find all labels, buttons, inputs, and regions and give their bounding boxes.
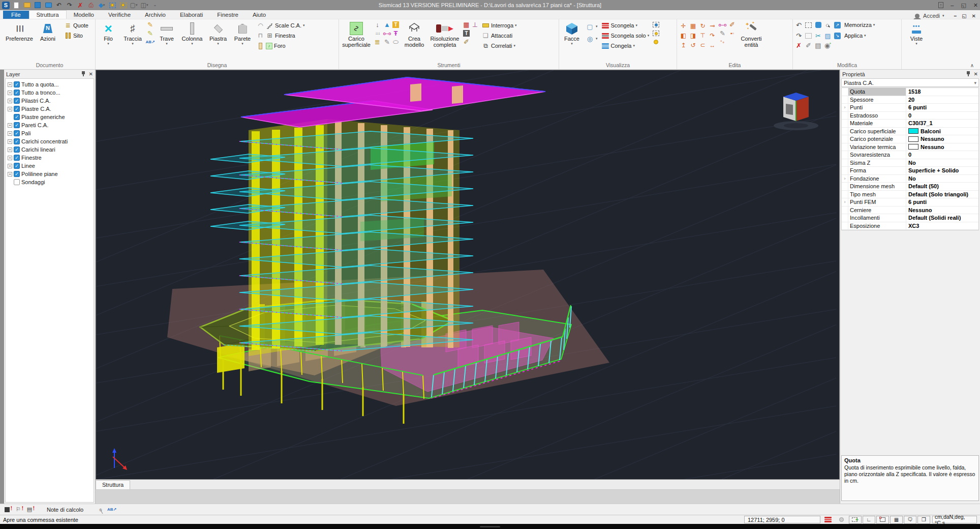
expand-icon[interactable]: + — [8, 148, 12, 152]
colonna-button[interactable]: Colonna▾ — [179, 20, 205, 45]
layer-checkbox[interactable]: ✓ — [14, 90, 20, 96]
expand-icon[interactable]: + — [8, 131, 12, 136]
find-icon[interactable]: ○ — [823, 21, 832, 30]
undo-arrow-icon[interactable]: ↶ — [794, 21, 803, 30]
select-show-icon[interactable] — [652, 20, 660, 29]
close-button[interactable]: ✕ — [973, 2, 978, 9]
tab-struttura[interactable]: Struttura — [29, 10, 67, 19]
bulb-status-icon[interactable] — [835, 516, 848, 524]
row-expander-icon[interactable]: › — [842, 198, 848, 206]
ribbon-collapse-icon[interactable]: ∧ — [970, 63, 974, 68]
new-document-icon[interactable] — [12, 1, 20, 9]
edit-pencil-icon[interactable]: ✎ — [718, 29, 727, 38]
rotate-icon[interactable]: ↻ — [698, 21, 708, 31]
load-list-icon[interactable]: ≣ — [373, 38, 382, 46]
redo-icon[interactable]: ↷ — [66, 1, 74, 9]
quote-button[interactable]: ≣ Quote — [63, 20, 90, 31]
print-icon[interactable]: ⎙︎ — [87, 1, 95, 9]
property-row[interactable]: FormaSuperficie + Solido — [842, 167, 978, 175]
layer-checkbox[interactable]: ✓ — [14, 138, 20, 144]
scongela-solo-button[interactable]: Scongela solo▾ — [600, 31, 651, 41]
layer-checkbox[interactable]: ✓ — [14, 179, 20, 185]
mirror-icon[interactable]: ◨︎ — [688, 31, 698, 40]
solid-view-toggle[interactable]: ❒︎ — [917, 516, 930, 524]
expand-icon[interactable]: + — [8, 82, 12, 87]
correlati-button[interactable]: ⧉︎ Correlati▾ — [480, 41, 518, 51]
expand-icon[interactable]: + — [8, 123, 12, 128]
clean-broom-icon[interactable]: ✐ — [804, 41, 813, 50]
lightbulb-icon[interactable] — [652, 38, 660, 46]
property-row[interactable]: ›Punti FEM6 punti — [842, 198, 978, 207]
scale-stretch-icon[interactable]: ↔ — [708, 40, 717, 50]
layer-checkbox[interactable]: ✓ — [14, 98, 20, 104]
tab-verifiche[interactable]: Verifiche — [101, 11, 138, 19]
link-pink-icon[interactable]: o–o — [383, 29, 391, 38]
node-edit-icon[interactable]: °∘ — [718, 38, 727, 46]
palo-t-icon[interactable]: T — [391, 20, 400, 29]
snapshot-icon[interactable]: ◉+ — [823, 41, 832, 50]
property-row[interactable]: Sisma ZNo — [842, 159, 978, 167]
layer-item[interactable]: +✓Pareti C.A. — [8, 121, 94, 129]
select-light-icon[interactable] — [108, 1, 116, 9]
zoom-tool-icon[interactable]: ◎ — [586, 35, 594, 43]
select-show-solo-icon[interactable] — [652, 29, 660, 38]
property-row[interactable]: CerniereNessuno — [842, 207, 978, 215]
properties-close-icon[interactable]: ✕ — [974, 71, 978, 77]
converti-entita-button[interactable]: ✦✦✦ Converti entità — [738, 20, 765, 48]
expand-icon[interactable]: + — [8, 91, 12, 95]
search-icon[interactable]: ○╲ — [97, 506, 105, 514]
grid-toggle[interactable]: ▦ — [890, 516, 903, 524]
layer-item[interactable]: +✓Tutto a tronco... — [8, 89, 94, 97]
row-expander-icon[interactable]: › — [842, 175, 848, 183]
concentric-icon[interactable]: ⊂ — [698, 40, 708, 50]
layer-item[interactable]: +✓Pali — [8, 129, 94, 137]
azioni-button[interactable]: N Azioni — [34, 20, 62, 42]
layer-item[interactable]: +✓Tutto a quota... — [8, 80, 94, 89]
property-row[interactable]: Dimensione meshDefault (50) — [842, 183, 978, 191]
note-di-calcolo-button[interactable]: Note di calcolo — [47, 507, 83, 513]
preferenze-button[interactable]: ☰ Preferenze — [6, 20, 33, 42]
rotate-copy-icon[interactable]: ↷ — [708, 31, 717, 40]
scongela-button[interactable]: Scongela▾ — [600, 20, 651, 31]
stretch-icon[interactable]: ↥ — [679, 40, 688, 50]
clipboard-icon[interactable]: ▤ — [814, 41, 822, 50]
delete-red-icon[interactable]: ✗ — [794, 41, 803, 50]
add-selection-toggle[interactable]: + — [849, 516, 862, 524]
text-tool-icon[interactable]: T — [462, 29, 471, 38]
property-row[interactable]: Spessore20 — [842, 96, 978, 104]
point-load-icon[interactable]: ↓ — [373, 20, 382, 29]
pencil-yellow-icon[interactable]: ✎ — [146, 20, 155, 29]
applica-button[interactable]: Applica▾ — [843, 31, 868, 41]
layer-item[interactable]: +✓Pilastri C.A. — [8, 97, 94, 105]
finestra-button[interactable]: ⊓ ⊞ Finestra — [255, 31, 306, 41]
layer-checkbox[interactable]: ✓ — [14, 155, 20, 161]
select-dots-icon[interactable] — [804, 32, 813, 40]
tab-finestre[interactable]: Finestre — [210, 11, 246, 19]
viewport-3d[interactable] — [96, 70, 840, 480]
viste-button[interactable]: ••• Viste▾ — [904, 20, 929, 45]
expand-icon[interactable]: + — [8, 107, 12, 111]
property-row[interactable]: IncollamentiDefault (Solidi reali) — [842, 214, 978, 222]
layer-item[interactable]: +✓Piastre generiche — [8, 113, 94, 121]
property-row[interactable]: Carico superficialeBalconi — [842, 128, 978, 136]
piastra-button[interactable]: Piastra▾ — [206, 20, 230, 45]
select-light-solo-icon[interactable] — [119, 1, 127, 9]
layer-checkbox[interactable]: ✓ — [14, 130, 20, 136]
match-brush-icon[interactable]: ✐ — [728, 20, 737, 29]
property-row[interactable]: Carico potenzialeNessuno — [842, 135, 978, 143]
expand-icon[interactable]: + — [8, 99, 12, 103]
block-icon[interactable]: ◧︎ — [679, 31, 688, 40]
layer-item[interactable]: +✓Sondaggi — [8, 178, 94, 186]
tooltip-toggle[interactable]: 🗨︎ — [904, 516, 916, 524]
copy-array-icon[interactable]: ▦ — [688, 21, 698, 31]
facce-button[interactable]: Facce▾ — [561, 20, 583, 45]
layer-checkbox[interactable]: ✓ — [14, 146, 20, 153]
views-dropdown-icon[interactable]: ◆▾ — [98, 1, 106, 9]
stop-warning-icon[interactable]: ! — [3, 506, 11, 514]
image-icon[interactable]: ▨ — [823, 32, 832, 40]
interroga-button[interactable]: Interroga▾ — [480, 20, 518, 31]
align-level-icon[interactable]: ⊤ — [698, 31, 708, 40]
tile-windows-icon[interactable]: ◫▾ — [140, 1, 148, 9]
offset-icon[interactable]: ⊸ — [708, 21, 717, 31]
layer-checkbox[interactable]: ✓ — [14, 114, 20, 120]
